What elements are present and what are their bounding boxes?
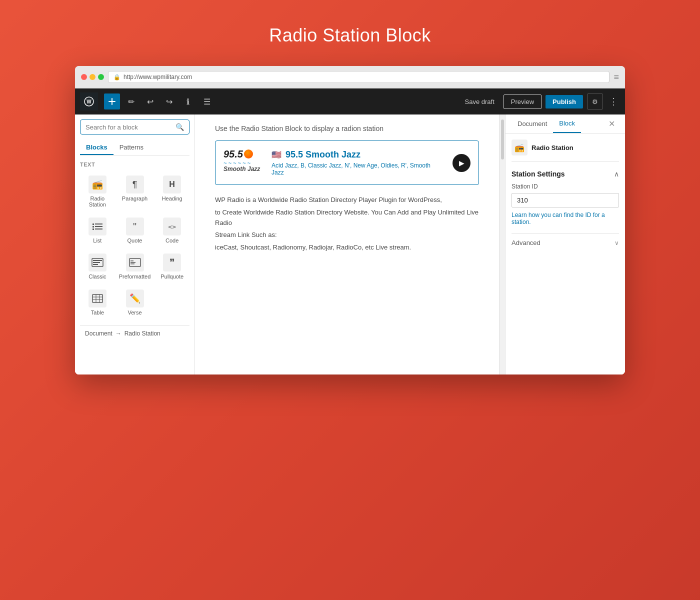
breadcrumb: Document → Radio Station (80, 326, 190, 341)
block-item-code[interactable]: <> Code (154, 214, 190, 248)
block-item-pullquote[interactable]: ❞ Pullquote (154, 250, 190, 284)
redo-button[interactable]: ↪ (161, 94, 177, 110)
browser-chrome: 🔒 http://www.wpmilitary.com ≡ (75, 66, 625, 88)
station-settings-section: Station Settings ∧ Station ID Learn how … (512, 170, 619, 226)
svg-rect-3 (95, 224, 102, 224)
close-dot[interactable] (81, 74, 87, 80)
settings-close-button[interactable]: ✕ (604, 115, 619, 132)
blocks-sidebar: 🔍 Blocks Patterns TEXT 📻 Radio Station ¶… (75, 114, 195, 374)
block-item-classic[interactable]: Classic (80, 250, 115, 284)
publish-button[interactable]: Publish (546, 95, 583, 108)
info-button[interactable]: ℹ (180, 94, 196, 110)
block-item-verse[interactable]: ✏️ Verse (117, 286, 153, 320)
breadcrumb-arrow: → (116, 330, 122, 337)
station-name-row: 🇺🇸 95.5 Smooth Jazz (272, 150, 444, 160)
station-number-display: 95.5 (224, 149, 243, 159)
scrollbar-thumb[interactable] (501, 120, 504, 160)
block-item-table[interactable]: Table (80, 286, 115, 320)
block-label: Quote (128, 238, 142, 244)
block-item-heading[interactable]: H Heading (154, 172, 190, 212)
tab-patterns[interactable]: Patterns (114, 140, 150, 155)
settings-button[interactable]: ⚙ (587, 94, 603, 110)
minimize-dot[interactable] (90, 74, 96, 80)
settings-body: 📻 Radio Station Station Settings ∧ Stati… (506, 134, 625, 374)
block-label: Paragraph (122, 196, 148, 202)
section-header: Station Settings ∧ (512, 170, 619, 178)
station-info: 🇺🇸 95.5 Smooth Jazz Acid Jazz, B, Classi… (272, 150, 444, 176)
svg-rect-14 (130, 262, 136, 263)
blocks-tabs: Blocks Patterns (80, 140, 190, 156)
block-item-list[interactable]: List (80, 214, 115, 248)
browser-menu-icon[interactable]: ≡ (614, 72, 619, 82)
page-title: Radio Station Block (269, 25, 431, 46)
station-name: 95.5 Smooth Jazz (286, 150, 360, 160)
station-logo: 95.5 ~ ~ ~ ~ ~ ~ Smooth Jazz (224, 149, 264, 176)
desc-line-3: Stream Link Such as: (215, 230, 479, 240)
play-button[interactable]: ▶ (452, 154, 470, 172)
breadcrumb-doc: Document (85, 330, 112, 337)
radio-station-block-icon: 📻 (512, 140, 528, 156)
preview-button[interactable]: Preview (504, 94, 542, 109)
block-item-preformatted[interactable]: Preformatted (117, 250, 153, 284)
list-icon (88, 218, 106, 236)
section-toggle-button[interactable]: ∧ (614, 170, 619, 178)
desc-line-1: WP Radio is a Worldwide Radio Station Di… (215, 195, 479, 206)
tab-blocks[interactable]: Blocks (80, 140, 114, 155)
maximize-dot[interactable] (98, 74, 104, 80)
edit-button[interactable]: ✏ (123, 94, 139, 110)
station-text: Smooth Jazz (224, 166, 264, 172)
wp-logo: W (80, 92, 98, 110)
station-flag: 🇺🇸 (272, 150, 282, 160)
svg-rect-7 (95, 228, 102, 230)
search-block-input[interactable] (86, 124, 172, 131)
heading-icon: H (163, 176, 181, 194)
address-bar[interactable]: 🔒 http://www.wpmilitary.com (108, 71, 610, 83)
tab-document[interactable]: Document (512, 115, 553, 132)
block-item-paragraph[interactable]: ¶ Paragraph (117, 172, 153, 212)
breadcrumb-block: Radio Station (124, 330, 160, 337)
radio-station-block[interactable]: 95.5 ~ ~ ~ ~ ~ ~ Smooth Jazz 🇺🇸 95.5 Smo… (215, 140, 479, 185)
editor-hint: Use the Radio Station Block to display a… (215, 124, 479, 132)
svg-rect-4 (92, 226, 94, 228)
list-view-button[interactable]: ☰ (199, 94, 215, 110)
toolbar-right: Save draft Preview Publish ⚙ ⋮ (460, 94, 620, 110)
block-item-radio-station[interactable]: 📻 Radio Station (80, 172, 115, 212)
add-block-button[interactable] (104, 94, 120, 110)
block-label: Heading (162, 196, 182, 202)
quote-icon: " (126, 218, 144, 236)
save-draft-button[interactable]: Save draft (460, 95, 500, 108)
more-options-button[interactable]: ⋮ (607, 96, 620, 107)
desc-line-2: to Create Worldwide Radio Station Direct… (215, 208, 479, 228)
browser-dots (81, 74, 104, 80)
search-icon: 🔍 (176, 123, 184, 131)
block-label: Verse (128, 310, 142, 316)
station-id-input[interactable] (512, 193, 619, 208)
svg-rect-13 (130, 260, 134, 262)
browser-window: 🔒 http://www.wpmilitary.com ≡ W ✏ ↩ ↪ ℹ … (75, 66, 625, 374)
paragraph-icon: ¶ (126, 176, 144, 194)
svg-rect-11 (93, 264, 98, 265)
station-id-label: Station ID (512, 183, 619, 190)
preformatted-icon (126, 254, 144, 272)
block-label: Classic (88, 274, 106, 280)
undo-button[interactable]: ↩ (142, 94, 158, 110)
block-label: Code (166, 238, 178, 244)
advanced-section[interactable]: Advanced ∨ (512, 234, 619, 252)
tab-block[interactable]: Block (553, 114, 581, 133)
verse-icon: ✏️ (126, 290, 144, 308)
block-label: Pullquote (160, 274, 184, 280)
desc-line-4: iceCast, Shoutcast, Radionomy, Radiojar,… (215, 242, 479, 253)
pullquote-icon: ❞ (163, 254, 181, 272)
search-block-container: 🔍 (80, 120, 190, 134)
settings-tabs: Document Block ✕ (506, 114, 625, 134)
radio-station-block-label: Radio Station (532, 144, 574, 152)
station-id-help-link[interactable]: Learn how you can find the ID for a stat… (512, 212, 619, 226)
chevron-down-icon: ∨ (614, 240, 619, 246)
blocks-grid: 📻 Radio Station ¶ Paragraph H Heading (80, 172, 190, 320)
settings-sidebar: Document Block ✕ 📻 Radio Station Station… (505, 114, 625, 374)
svg-rect-9 (93, 260, 102, 261)
block-item-quote[interactable]: " Quote (117, 214, 153, 248)
svg-rect-16 (92, 294, 102, 302)
svg-rect-6 (92, 228, 94, 230)
blocks-category-label: TEXT (80, 162, 190, 168)
